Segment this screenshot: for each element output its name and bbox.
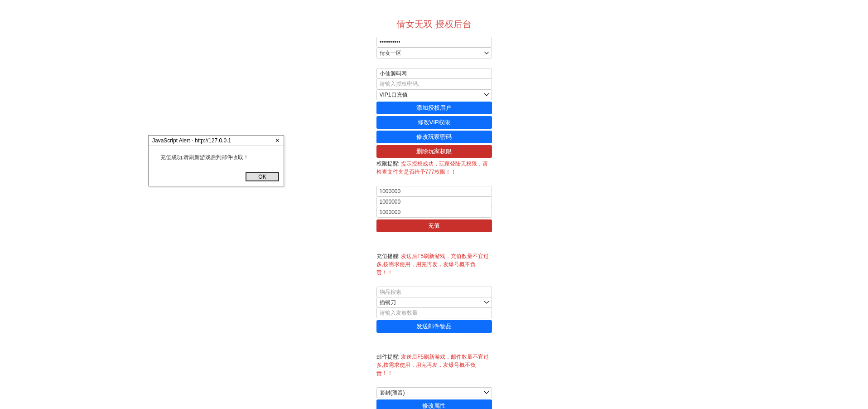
item-search-input[interactable] — [376, 287, 492, 297]
recharge-button[interactable]: 充值 — [376, 219, 492, 232]
mail-section: 插钢刀 发送邮件物品 — [376, 287, 492, 333]
recharge-note-label: 充值提醒: — [376, 253, 401, 259]
auth-section: VIP1口充值 添加授权用户 修改VIP权限 修改玩家密码 删除玩家权限 权限提… — [376, 68, 492, 176]
modify-vip-button[interactable]: 修改VIP权限 — [376, 116, 492, 129]
alert-ok-button[interactable]: OK — [246, 172, 279, 181]
vip-select[interactable]: VIP1口充值 — [376, 89, 492, 100]
alert-title: JavaScript Alert - http://127.0.0.1 — [152, 137, 231, 144]
mail-note: 邮件提醒: 发送后F5刷新游戏，邮件数量不宜过多,按需求使用，用完再发，发爆号概… — [376, 353, 492, 377]
auth-note-label: 权限提醒: — [376, 161, 401, 167]
area-select[interactable]: 倩女一区 — [376, 48, 492, 58]
attribute-section: 套封(预留) 修改属性 — [376, 387, 492, 409]
attribute-select[interactable]: 套封(预留) — [376, 387, 492, 398]
recharge-section: 充值 — [376, 186, 492, 232]
auth-username-input[interactable] — [376, 68, 492, 79]
add-auth-user-button[interactable]: 添加授权用户 — [376, 102, 492, 114]
alert-titlebar: JavaScript Alert - http://127.0.0.1 ✕ — [149, 136, 284, 146]
recharge-amount-3[interactable] — [376, 207, 492, 218]
mail-note-label: 邮件提醒: — [376, 354, 401, 360]
recharge-amount-2[interactable] — [376, 196, 492, 207]
admin-password-input[interactable] — [376, 37, 492, 48]
modify-player-password-button[interactable]: 修改玩家密码 — [376, 131, 492, 143]
modify-attribute-button[interactable]: 修改属性 — [376, 399, 492, 409]
item-select[interactable]: 插钢刀 — [376, 297, 492, 308]
send-mail-item-button[interactable]: 发送邮件物品 — [376, 320, 492, 333]
js-alert-dialog: JavaScript Alert - http://127.0.0.1 ✕ 充值… — [148, 135, 284, 186]
page-title: 倩女无双 授权后台 — [376, 18, 492, 30]
recharge-note: 充值提醒: 发送后F5刷新游戏，充值数量不宜过多,按需求使用，用完再发，发爆号概… — [376, 252, 492, 277]
delete-player-auth-button[interactable]: 删除玩家权限 — [376, 145, 492, 158]
auth-note: 权限提醒: 提示授权成功，玩家登陆无权限，请检查文件夹是否给予777权限！！ — [376, 160, 492, 176]
alert-message: 充值成功,请刷新游戏后到邮件收取！ — [149, 146, 284, 169]
recharge-amount-1[interactable] — [376, 186, 492, 197]
auth-password-input[interactable] — [376, 78, 492, 89]
close-icon[interactable]: ✕ — [273, 137, 282, 144]
item-qty-input[interactable] — [376, 307, 492, 318]
alert-footer: OK — [149, 169, 284, 186]
admin-panel: 倩女无双 授权后台 倩女一区 VIP1口充值 添加授权用户 修改VIP权限 修改… — [376, 0, 492, 409]
top-credentials: 倩女一区 — [376, 37, 492, 58]
